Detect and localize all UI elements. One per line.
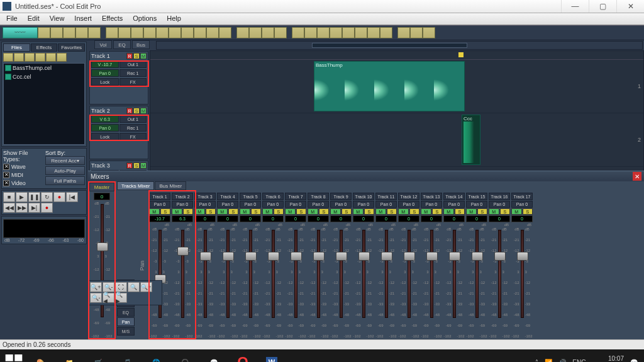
ffwd-button[interactable]: ▶▶ — [16, 203, 28, 213]
menu-edit[interactable]: Edit — [24, 13, 43, 25]
toolbar-btn[interactable] — [106, 27, 118, 38]
play-loop-button[interactable]: ↻ — [41, 192, 53, 202]
playhead-marker[interactable] — [458, 52, 464, 57]
sortby-select[interactable]: Recent Acc ▾ — [45, 156, 85, 165]
mixer-pan-display[interactable]: Pan 0 — [466, 201, 487, 208]
mixer-fader[interactable] — [498, 230, 501, 318]
tab-bus-mixer[interactable]: Bus Mixer — [155, 181, 186, 190]
mixer-mute-button[interactable]: M — [285, 208, 296, 215]
mixer-mute-button[interactable]: M — [398, 208, 409, 215]
mixer-pan-display[interactable]: Pan 0 — [353, 201, 374, 208]
mixer-fader[interactable] — [226, 230, 230, 318]
file-btn[interactable] — [25, 53, 35, 62]
play-button[interactable]: ▶ — [16, 192, 28, 202]
file-btn[interactable] — [57, 53, 67, 62]
track-head[interactable]: Track 1 RSM V -10.7Out 1 Pan 0Rec 1 Lock… — [89, 51, 148, 105]
rewind-button[interactable]: ◀◀ — [3, 203, 15, 213]
clip-ccc[interactable]: Ccc — [462, 115, 480, 165]
menu-view[interactable]: View — [46, 13, 69, 25]
menu-effects[interactable]: Effects — [98, 13, 126, 25]
record-arm-button[interactable]: R — [126, 108, 133, 114]
minimize-button[interactable]: — — [561, 0, 589, 13]
mixer-pan-display[interactable]: Pan 0 — [172, 201, 193, 208]
clip-bassthump[interactable]: BassThump — [314, 61, 465, 111]
toolbar-btn[interactable] — [330, 27, 342, 38]
toolbar-btn[interactable] — [410, 27, 423, 38]
mixer-fader[interactable] — [385, 230, 388, 318]
mixer-track-label[interactable]: Track 3 — [194, 193, 216, 200]
tab-files[interactable]: Files — [3, 43, 30, 52]
toolbar-btn[interactable] — [236, 27, 249, 38]
tray-volume-icon[interactable]: 🔊 — [558, 359, 566, 363]
mixer-fader[interactable] — [249, 230, 252, 318]
viewtab-vol[interactable]: Vol — [94, 40, 112, 49]
pause-button[interactable]: ❚❚ — [28, 192, 40, 202]
go-start-button[interactable]: |◀ — [66, 192, 78, 202]
toolbar-btn[interactable] — [75, 27, 88, 38]
mixer-solo-button[interactable]: S — [409, 208, 420, 215]
mixer-track-label[interactable]: Track 2 — [172, 193, 193, 200]
mute-button[interactable]: M — [140, 108, 147, 114]
mixer-track-label[interactable]: Track 7 — [285, 193, 306, 200]
tray-notifications-icon[interactable]: 💬 — [630, 359, 638, 363]
track-lock-button[interactable]: Lock — [91, 133, 119, 140]
mixer-fader[interactable] — [317, 230, 320, 318]
record-arm-button[interactable]: R — [126, 53, 133, 59]
toolbar-btn[interactable] — [219, 27, 231, 38]
mixer-solo-button[interactable]: S — [251, 208, 262, 215]
toolbar-btn[interactable] — [380, 27, 392, 38]
toolbar-btn[interactable] — [118, 27, 131, 38]
close-button[interactable]: ✕ — [616, 0, 644, 13]
mixer-mute-button[interactable]: M — [466, 208, 477, 215]
mixer-solo-button[interactable]: S — [477, 208, 488, 215]
mixer-pan-display[interactable]: Pan 0 — [398, 201, 419, 208]
menu-options[interactable]: Options — [129, 13, 160, 25]
toolbar-btn[interactable] — [262, 27, 274, 38]
mute-button[interactable]: M — [140, 53, 147, 59]
solo-button[interactable]: S — [133, 53, 140, 59]
mixer-fader[interactable] — [475, 230, 479, 318]
mixer-track-label[interactable]: Track 12 — [398, 193, 419, 200]
mixer-pan-display[interactable]: Pan 0 — [217, 201, 238, 208]
toolbar-btn[interactable] — [423, 27, 435, 38]
taskbar-app[interactable]: O — [229, 352, 257, 362]
zoom-in-v-button[interactable]: 🔍+ — [140, 282, 152, 292]
mixer-pan-display[interactable]: Pan 0 — [194, 201, 216, 208]
zoom-out-button[interactable]: 🔍- — [103, 282, 114, 292]
mixer-solo-button[interactable]: S — [523, 208, 533, 215]
solo-button[interactable]: S — [133, 108, 140, 114]
mixer-mute-button[interactable]: M — [217, 208, 228, 215]
track-volume-display[interactable]: V 6.3 — [91, 115, 119, 123]
zoom-out-v-button[interactable]: 🔍- — [90, 293, 102, 303]
fullpaths-button[interactable]: Full Paths — [45, 176, 85, 185]
mixer-mute-button[interactable]: M — [194, 208, 205, 215]
toolbar-btn[interactable] — [304, 27, 317, 38]
mixer-mute-button[interactable]: M — [489, 208, 499, 215]
toolbar-btn[interactable] — [342, 27, 355, 38]
track-pan-display[interactable]: Pan 0 — [91, 69, 119, 77]
mixer-solo-button[interactable]: S — [183, 208, 194, 215]
tray-lang[interactable]: ENG — [572, 359, 586, 363]
mixer-pan-display[interactable]: Pan 0 — [421, 201, 442, 208]
menu-file[interactable]: File — [3, 13, 21, 25]
toolbar-btn[interactable] — [397, 27, 410, 38]
record-alt-button[interactable]: ● — [41, 203, 53, 213]
toolbar-btn[interactable] — [38, 27, 50, 38]
toolbar-btn[interactable] — [206, 27, 219, 38]
mixer-pan-display[interactable]: Pan 0 — [489, 201, 510, 208]
mixer-pan-display[interactable]: Pan 0 — [375, 201, 397, 208]
taskbar-app[interactable]: 🛒 — [84, 352, 112, 362]
track-lane-1[interactable]: BassThump 1 — [150, 60, 643, 113]
mixer-mute-button[interactable]: M — [353, 208, 364, 215]
mixers-close-button[interactable]: ✕ — [633, 172, 641, 181]
track-rec-button[interactable]: Rec 1 — [119, 69, 147, 77]
mixer-pan-display[interactable]: Pan 0 — [443, 201, 465, 208]
toolbar-btn[interactable] — [63, 27, 75, 38]
toolbar-btn[interactable] — [367, 27, 380, 38]
track-fx-button[interactable]: FX — [119, 78, 147, 86]
track-lane-2[interactable]: Ccc 2 — [150, 113, 643, 167]
track-rec-button[interactable]: Rec 1 — [119, 124, 147, 132]
mixer-track-label[interactable]: Track 8 — [308, 193, 329, 200]
mixer-fader[interactable] — [340, 230, 343, 318]
mixer-solo-button[interactable]: S — [228, 208, 239, 215]
